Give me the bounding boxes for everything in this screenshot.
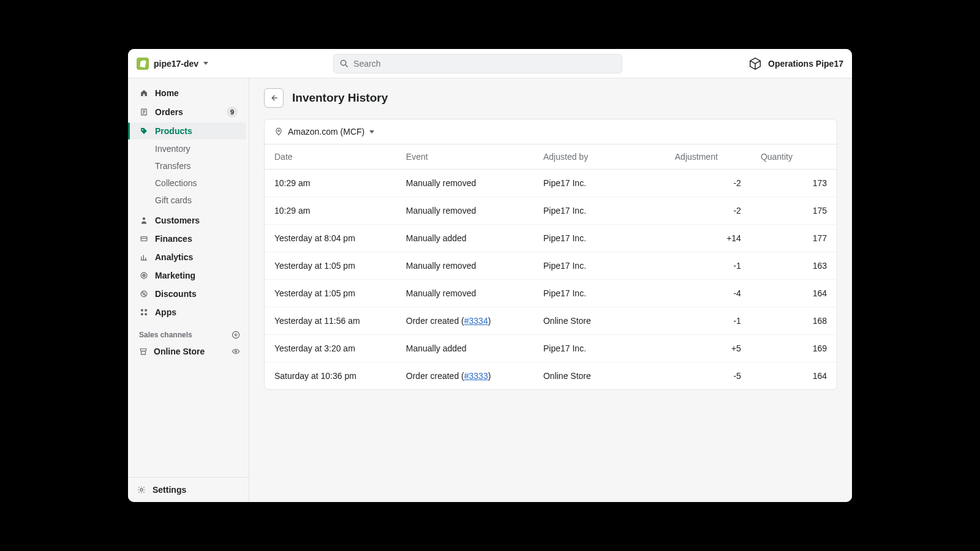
add-channel-icon[interactable] [232,331,240,339]
cell-date: Yesterday at 1:05 pm [265,252,396,280]
svg-rect-14 [141,313,143,315]
sidebar-item-label: Orders [155,107,183,117]
sidebar-item-finances[interactable]: Finances [130,230,246,247]
location-name: Amazon.com (MCF) [288,127,364,137]
svg-rect-15 [145,313,147,315]
svg-rect-12 [141,309,143,312]
finances-icon [139,234,149,243]
table-row: 10:29 amManually removedPipe17 Inc.-2175 [265,197,837,225]
search-input[interactable] [333,54,622,73]
cell-date: Yesterday at 8:04 pm [265,225,396,252]
sales-channels-label: Sales channels [139,331,192,339]
svg-rect-13 [145,309,147,312]
account-name: Operations Pipe17 [768,59,843,69]
cell-event: Manually removed [396,197,533,225]
discounts-icon [139,290,149,298]
search-icon [340,59,349,68]
order-link[interactable]: #3333 [464,371,488,381]
sidebar-item-label: Marketing [155,271,195,280]
sidebar-item-apps[interactable]: Apps [130,304,246,321]
store-switcher[interactable]: pipe17-dev [137,58,208,70]
cell-date: Saturday at 10:36 pm [265,362,396,390]
svg-point-11 [145,294,145,295]
col-quantity-header: Quantity [751,144,837,170]
subnav-inventory[interactable]: Inventory [130,141,246,157]
table-row: Yesterday at 1:05 pmManually removedPipe… [265,252,837,280]
table-row: Yesterday at 1:05 pmManually removedPipe… [265,280,837,307]
settings-label: Settings [153,485,186,495]
arrow-left-icon [270,94,278,102]
sidebar-item-discounts[interactable]: Discounts [130,285,246,302]
table-row: Yesterday at 11:56 amOrder created (#333… [265,307,837,335]
sales-channels-header: Sales channels [128,322,249,343]
body: HomeOrders9ProductsInventoryTransfersCol… [128,78,852,502]
cell-quantity: 168 [751,307,837,335]
cell-adjustment: -2 [665,197,751,225]
search-wrap [333,54,622,73]
shopify-logo-icon [137,58,149,70]
sidebar-item-label: Discounts [155,289,197,299]
cell-date: Yesterday at 1:05 pm [265,280,396,307]
cell-quantity: 169 [751,335,837,362]
gear-icon [137,485,146,494]
svg-point-3 [142,129,143,130]
sidebar-item-customers[interactable]: Customers [130,212,246,229]
subnav-collections[interactable]: Collections [130,175,246,191]
sidebar-item-analytics[interactable]: Analytics [130,249,246,266]
sidebar-item-label: Analytics [155,252,193,262]
channel-online-store[interactable]: Online Store [128,343,249,360]
svg-point-17 [235,351,237,353]
channel-label: Online Store [154,347,205,356]
sidebar-item-products[interactable]: Products [130,122,246,140]
products-icon [139,127,149,135]
cell-event: Manually removed [396,280,533,307]
storefront-icon [139,347,148,356]
sidebar-item-home[interactable]: Home [130,84,246,102]
cell-adjustment: -1 [665,252,751,280]
sidebar-item-label: Home [155,88,179,98]
location-selector[interactable]: Amazon.com (MCF) [265,119,837,144]
cell-adjusted-by: Online Store [533,362,665,390]
cell-date: 10:29 am [265,197,396,225]
package-icon [747,56,763,72]
cell-event: Order created (#3334) [396,307,533,335]
sidebar-item-label: Finances [155,234,192,244]
customers-icon [139,216,149,225]
orders-icon [139,108,149,116]
cell-quantity: 177 [751,225,837,252]
cell-adjusted-by: Pipe17 Inc. [533,197,665,225]
cell-event: Manually removed [396,170,533,197]
apps-icon [139,308,149,317]
sidebar-item-label: Products [155,126,192,136]
sidebar-item-orders[interactable]: Orders9 [130,103,246,121]
subnav-transfers[interactable]: Transfers [130,158,246,174]
table-row: 10:29 amManually removedPipe17 Inc.-2173 [265,170,837,197]
back-button[interactable] [264,88,284,108]
table-row: Saturday at 10:36 pmOrder created (#3333… [265,362,837,390]
col-adjustment-header: Adjustment [665,144,751,170]
subnav-gift-cards[interactable]: Gift cards [130,192,246,208]
cell-adjusted-by: Pipe17 Inc. [533,170,665,197]
cell-adjusted-by: Online Store [533,307,665,335]
sidebar-item-label: Apps [155,307,176,317]
sidebar-item-marketing[interactable]: Marketing [130,267,246,284]
orders-badge: 9 [227,107,238,118]
col-date-header: Date [265,144,396,170]
view-store-icon[interactable] [232,347,240,356]
main-content: Inventory History Amazon.com (MCF) Date … [249,78,852,502]
order-link[interactable]: #3334 [464,316,488,326]
cell-date: 10:29 am [265,170,396,197]
cell-quantity: 163 [751,252,837,280]
app-window: pipe17-dev Operations Pipe17 HomeOrders9… [128,49,852,502]
settings-link[interactable]: Settings [128,477,249,502]
svg-point-4 [143,217,145,220]
account-switch[interactable]: Operations Pipe17 [747,56,843,72]
chevron-down-icon [203,62,208,65]
cell-event: Manually added [396,335,533,362]
cell-adjustment: +14 [665,225,751,252]
search-field[interactable] [353,59,616,69]
table-header-row: Date Event Adjusted by Adjustment Quanti… [265,144,837,170]
svg-point-10 [143,293,143,293]
cell-quantity: 175 [751,197,837,225]
cell-event: Order created (#3333) [396,362,533,390]
